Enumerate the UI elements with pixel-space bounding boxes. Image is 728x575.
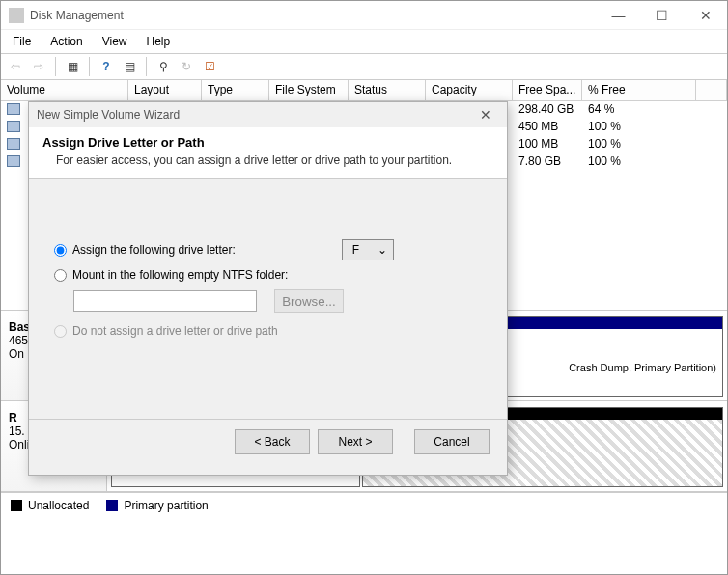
refresh-icon[interactable]: ⚲ <box>153 56 174 77</box>
col-status[interactable]: Status <box>349 80 426 101</box>
drive-letter-select[interactable]: F ⌄ <box>342 239 394 260</box>
check-icon[interactable]: ☑ <box>199 56 220 77</box>
wizard-titlebar: New Simple Volume Wizard ✕ <box>29 102 507 127</box>
legend: Unallocated Primary partition <box>1 492 727 518</box>
maximize-button[interactable]: ☐ <box>640 1 684 29</box>
wizard-body: Assign the following drive letter: F ⌄ M… <box>29 179 507 419</box>
radio-assign-letter[interactable] <box>54 244 67 257</box>
cell-pct: 100 % <box>582 153 696 171</box>
minimize-button[interactable]: — <box>597 1 640 29</box>
cancel-button[interactable]: Cancel <box>414 429 490 454</box>
legend-unallocated: Unallocated <box>11 499 89 512</box>
volume-list-header: Volume Layout Type File System Status Ca… <box>1 80 727 101</box>
cell-free: 100 MB <box>513 136 582 153</box>
help-icon[interactable]: ? <box>96 56 117 77</box>
option-assign-letter-label: Assign the following drive letter: <box>72 243 236 257</box>
col-type[interactable]: Type <box>202 80 269 101</box>
col-volume[interactable]: Volume <box>1 80 128 101</box>
app-icon <box>9 8 24 23</box>
volume-icon <box>7 103 20 115</box>
cell-free: 450 MB <box>513 119 582 136</box>
browse-button: Browse... <box>274 289 344 313</box>
folder-path-input[interactable] <box>73 290 257 312</box>
volume-icon <box>7 138 20 150</box>
wizard-title: Assign Drive Letter or Path <box>42 135 493 150</box>
cell-free: 7.80 GB <box>513 153 582 171</box>
volume-icon <box>7 155 20 167</box>
back-icon[interactable]: ⇦ <box>5 56 26 77</box>
volume-icon <box>7 121 20 132</box>
radio-no-letter <box>54 325 67 338</box>
wizard-subtitle: For easier access, you can assign a driv… <box>56 153 493 167</box>
option-no-letter-label: Do not assign a drive letter or drive pa… <box>72 324 278 338</box>
separator <box>146 57 147 76</box>
chevron-down-icon: ⌄ <box>378 243 387 257</box>
option-mount-folder-label: Mount in the following empty NTFS folder… <box>72 268 288 282</box>
menu-view[interactable]: View <box>95 33 135 50</box>
next-button[interactable]: Next > <box>318 429 393 454</box>
wizard-dialog: New Simple Volume Wizard ✕ Assign Drive … <box>28 101 508 476</box>
menu-file[interactable]: File <box>5 33 39 50</box>
titlebar: Disk Management — ☐ ✕ <box>1 1 727 30</box>
wizard-close-button[interactable]: ✕ <box>472 107 499 123</box>
drive-letter-value: F <box>352 243 359 257</box>
wizard-footer: < Back Next > Cancel <box>29 419 507 463</box>
col-layout[interactable]: Layout <box>128 80 202 101</box>
sync-icon[interactable]: ↻ <box>176 56 197 77</box>
menubar: File Action View Help <box>1 30 727 53</box>
forward-icon[interactable]: ⇨ <box>28 56 49 77</box>
close-button[interactable]: ✕ <box>684 1 727 29</box>
back-button[interactable]: < Back <box>235 429 310 454</box>
separator <box>89 57 90 76</box>
radio-mount-folder[interactable] <box>54 269 67 282</box>
legend-primary: Primary partition <box>106 499 208 512</box>
separator <box>55 57 56 76</box>
col-pctfree[interactable]: % Free <box>582 80 696 101</box>
option-no-letter[interactable]: Do not assign a drive letter or drive pa… <box>54 324 278 338</box>
cell-pct: 100 % <box>582 136 696 153</box>
menu-help[interactable]: Help <box>139 33 179 50</box>
cell-pct: 100 % <box>582 119 696 136</box>
col-spacer <box>696 80 727 101</box>
menu-action[interactable]: Action <box>42 33 90 50</box>
wizard-header: Assign Drive Letter or Path For easier a… <box>29 127 507 179</box>
option-mount-folder[interactable]: Mount in the following empty NTFS folder… <box>54 268 288 282</box>
list-icon[interactable]: ▤ <box>119 56 140 77</box>
cell-pct: 64 % <box>582 101 696 119</box>
option-assign-letter[interactable]: Assign the following drive letter: <box>54 243 236 257</box>
col-filesystem[interactable]: File System <box>269 80 349 101</box>
grid-icon[interactable]: ▦ <box>62 56 83 77</box>
window-title: Disk Management <box>30 9 597 22</box>
wizard-caption: New Simple Volume Wizard <box>37 108 472 122</box>
toolbar: ⇦ ⇨ ▦ ? ▤ ⚲ ↻ ☑ <box>1 53 727 80</box>
cell-free: 298.40 GB <box>513 101 582 119</box>
col-freespace[interactable]: Free Spa... <box>513 80 582 101</box>
col-capacity[interactable]: Capacity <box>426 80 513 101</box>
